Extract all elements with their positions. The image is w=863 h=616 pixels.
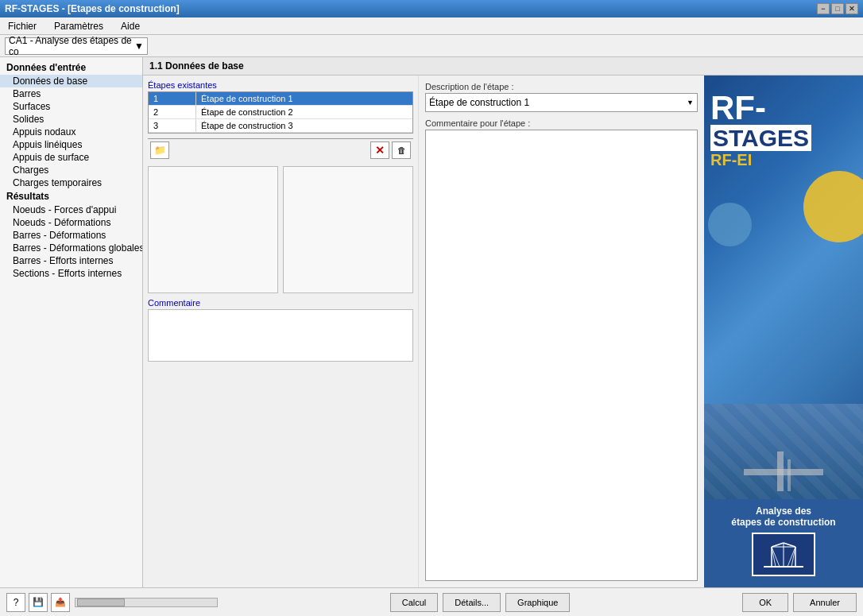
right-content: 1.1 Données de base Étapes existantes 1	[143, 57, 863, 587]
nav-item-barres-deformations[interactable]: Barres - Déformations	[0, 229, 142, 242]
help-icon: ?	[14, 597, 19, 608]
clear-stage-button[interactable]: 🗑	[392, 141, 411, 159]
add-stage-button[interactable]: 📁	[150, 141, 169, 159]
image-panel: RF- STAGES RF-EI	[704, 76, 863, 587]
image-panel-top: RF- STAGES RF-EI	[704, 76, 863, 499]
nav-section-input: Données d'entrée	[0, 60, 142, 75]
nav-item-sections-efforts[interactable]: Sections - Efforts internes	[0, 267, 142, 280]
stage-row-2[interactable]: 2 Étape de construction 2	[149, 106, 412, 119]
stages-section: Étapes existantes 1 Étape de constructio…	[148, 80, 413, 134]
ok-button[interactable]: OK	[742, 593, 788, 612]
menu-fichier[interactable]: Fichier	[3, 19, 41, 33]
menu-parametres[interactable]: Paramètres	[49, 19, 108, 33]
save-icon: 💾	[33, 597, 44, 607]
svg-line-8	[772, 547, 780, 567]
svg-line-4	[784, 543, 795, 547]
help-button[interactable]: ?	[6, 593, 25, 612]
comment-label: Commentaire	[148, 298, 413, 308]
minimize-button[interactable]: −	[817, 3, 830, 14]
nav-item-surfaces[interactable]: Surfaces	[0, 100, 142, 113]
nav-item-noeuds-deformations[interactable]: Noeuds - Déformations	[0, 216, 142, 229]
description-dropdown-arrow: ▼	[687, 99, 694, 107]
stage-name-1: Étape de construction 1	[196, 92, 412, 105]
step-comment-textarea[interactable]	[425, 130, 698, 581]
delete-stage-button[interactable]: ✕	[370, 141, 389, 159]
stage-num-3: 3	[149, 119, 196, 132]
svg-line-10	[788, 547, 795, 567]
stages-text: STAGES	[710, 125, 811, 151]
title-bar-text: RF-STAGES - [Etapes de construction]	[5, 3, 180, 14]
close-button[interactable]: ✕	[846, 3, 858, 14]
folder-icon: 📁	[154, 145, 166, 156]
content-area: Données d'entrée Données de base Barres …	[0, 57, 863, 587]
stage-num-1: 1	[149, 92, 196, 105]
lower-right-panel	[283, 166, 413, 293]
comment-textarea[interactable]	[148, 309, 413, 362]
rf-stages-logo: RF- STAGES RF-EI	[710, 91, 857, 169]
form-panel: Description de l'étape : Étape de constr…	[418, 76, 704, 587]
case-dropdown-arrow: ▼	[134, 41, 144, 52]
stage-num-2: 2	[149, 106, 196, 118]
nav-item-barres-deformations-globales[interactable]: Barres - Déformations globales	[0, 242, 142, 254]
nav-item-donnees-base[interactable]: Données de base	[0, 75, 142, 87]
lower-left-panel	[148, 166, 278, 293]
nav-item-noeuds-forces[interactable]: Noeuds - Forces d'appui	[0, 203, 142, 216]
work-area: Étapes existantes 1 Étape de constructio…	[143, 76, 863, 587]
left-nav-panel: Données d'entrée Données de base Barres …	[0, 57, 143, 587]
stages-container: 1 Étape de construction 1 2 Étape de con…	[148, 91, 413, 134]
nav-item-charges-temporaires[interactable]: Charges temporaires	[0, 176, 142, 189]
subtitle-line2: étapes de construction	[712, 517, 855, 528]
description-dropdown[interactable]: Étape de construction 1 ▼	[425, 93, 698, 112]
description-value: Étape de construction 1	[429, 97, 529, 108]
comment-section: Commentaire	[148, 298, 413, 362]
nav-item-solides[interactable]: Solides	[0, 113, 142, 126]
stages-list[interactable]: 1 Étape de construction 1 2 Étape de con…	[149, 92, 412, 133]
rf-text: RF-	[710, 91, 857, 125]
calcul-button[interactable]: Calcul	[390, 593, 439, 612]
case-dropdown[interactable]: CA1 - Analyse des étapes de co ▼	[5, 37, 148, 55]
description-label: Description de l'étape :	[425, 82, 698, 91]
step-comment-label: Commentaire pour l'étape :	[425, 118, 698, 128]
bridge-icon-box	[752, 533, 815, 576]
nav-item-barres-efforts[interactable]: Barres - Efforts internes	[0, 254, 142, 267]
annuler-button[interactable]: Annuler	[793, 593, 857, 612]
nav-item-charges[interactable]: Charges	[0, 164, 142, 176]
nav-item-appuis-nodaux[interactable]: Appuis nodaux	[0, 126, 142, 138]
stage-name-2: Étape de construction 2	[196, 106, 412, 118]
clear-icon: 🗑	[397, 145, 406, 155]
stages-toolbar: 📁 ✕ 🗑	[148, 138, 413, 161]
stage-row-1[interactable]: 1 Étape de construction 1	[149, 92, 412, 106]
background-photo	[704, 404, 863, 499]
horizontal-scrollbar[interactable]	[75, 598, 218, 607]
export-button[interactable]: 📤	[51, 593, 70, 612]
stage-name-3: Étape de construction 3	[196, 119, 412, 132]
bridge-icon-svg	[760, 539, 807, 571]
nav-item-appuis-surface[interactable]: Appuis de surface	[0, 151, 142, 164]
step-comment-group: Commentaire pour l'étape :	[425, 118, 698, 581]
subtitle-line1: Analyse des	[712, 506, 855, 517]
bottom-bar: ? 💾 📤 Calcul Détails... Graphique OK Ann…	[0, 587, 863, 616]
nav-item-barres[interactable]: Barres	[0, 87, 142, 100]
menu-aide[interactable]: Aide	[116, 19, 145, 33]
maximize-button[interactable]: □	[831, 3, 844, 14]
rf-ei-text: RF-EI	[710, 151, 857, 169]
image-panel-bottom: Analyse des étapes de construction	[704, 499, 863, 587]
toolbar-row: CA1 - Analyse des étapes de co ▼	[0, 35, 863, 57]
stage-row-3[interactable]: 3 Étape de construction 3	[149, 119, 412, 133]
save-button[interactable]: 💾	[29, 593, 48, 612]
main-container: CA1 - Analyse des étapes de co ▼ Données…	[0, 35, 863, 616]
graphique-button[interactable]: Graphique	[505, 593, 570, 612]
svg-line-3	[772, 543, 784, 547]
details-button[interactable]: Détails...	[443, 593, 501, 612]
menu-bar: Fichier Paramètres Aide	[0, 17, 863, 35]
title-bar: RF-STAGES - [Etapes de construction] − □…	[0, 0, 863, 17]
section-title: 1.1 Données de base	[143, 57, 863, 76]
stages-section-label: Étapes existantes	[148, 80, 413, 90]
case-dropdown-label: CA1 - Analyse des étapes de co	[9, 35, 134, 57]
nav-item-appuis-lineiques[interactable]: Appuis linéiques	[0, 138, 142, 151]
center-panel: Étapes existantes 1 Étape de constructio…	[143, 76, 418, 587]
bottom-icon-group: ? 💾 📤	[6, 593, 70, 612]
export-icon: 📤	[55, 597, 66, 607]
window-controls: − □ ✕	[817, 3, 858, 14]
description-field-group: Description de l'étape : Étape de constr…	[425, 82, 698, 112]
